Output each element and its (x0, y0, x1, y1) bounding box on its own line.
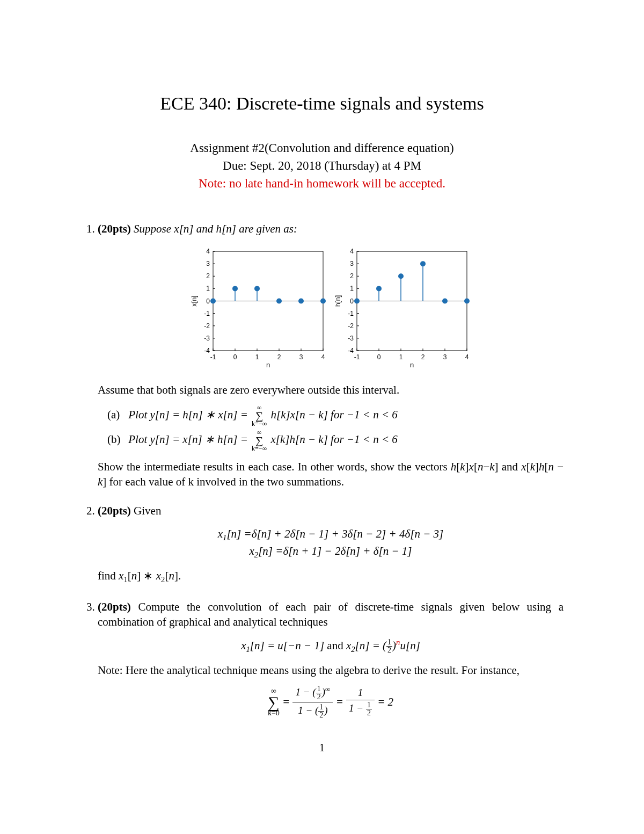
problem-3: (20pts) Compute the convolution of each … (98, 599, 564, 719)
problem-2-intro: Given (131, 504, 162, 517)
svg-text:0: 0 (377, 353, 381, 361)
problem-1a: (a) Plot y[n] = h[n] ∗ x[n] = ∞ ∑ k=−∞ h… (107, 404, 564, 427)
svg-point-39 (276, 299, 282, 304)
points-badge: (20pts) (98, 222, 131, 235)
problem-1a-text: Plot y[n] = h[n] ∗ x[n] = (128, 408, 251, 421)
problem-3-intro: Compute the convolution of each pair of … (98, 600, 564, 628)
signal-plots: -4-3-2-101234-101234nx[n] -4-3-2-101234-… (98, 246, 564, 369)
x2-definition: x2[n] =δ[n + 1] − 2δ[n] + δ[n − 1] (249, 545, 412, 557)
svg-point-87 (442, 299, 448, 304)
result-equals-2: = 2 (377, 695, 393, 708)
svg-text:-4: -4 (204, 347, 210, 354)
page-title: ECE 340: Discrete-time signals and syste… (80, 91, 564, 116)
problem-1b-tail: x[k]h[n − k] for −1 < n < 6 (270, 433, 397, 446)
svg-point-83 (398, 274, 404, 279)
geometric-series-example: ∞ ∑ k=0 = 1 − (12)∞ 1 − (12) = 1 1 − 12 … (98, 685, 564, 719)
x1-definition: x1[n] =δ[n] + 2δ[n − 1] + 3δ[n − 2] + 4δ… (218, 527, 443, 540)
fraction-1: 1 − (12)∞ 1 − (12) (292, 685, 333, 719)
svg-text:-3: -3 (204, 335, 210, 342)
svg-text:-1: -1 (210, 353, 216, 361)
svg-point-89 (464, 299, 470, 304)
problem-2-find: find x1[n] ∗ x2[n]. (98, 568, 564, 585)
subpart-label: (a) (107, 407, 126, 422)
svg-text:2: 2 (277, 353, 281, 361)
svg-text:3: 3 (299, 353, 303, 361)
svg-text:-2: -2 (348, 322, 354, 330)
svg-text:-1: -1 (354, 353, 360, 361)
problem-3-signals: x1[n] = u[−n − 1] and x2[n] = (12)nu[n] (98, 637, 564, 655)
svg-text:3: 3 (350, 260, 354, 268)
document-page: ECE 340: Discrete-time signals and syste… (0, 0, 644, 834)
svg-text:1: 1 (350, 285, 354, 293)
page-number: 1 (80, 741, 564, 755)
problem-2-equations: x1[n] =δ[n] + 2δ[n − 1] + 3δ[n − 2] + 4δ… (98, 526, 564, 561)
problem-2: (20pts) Given x1[n] =δ[n] + 2δ[n − 1] + … (98, 503, 564, 585)
svg-text:2: 2 (350, 273, 354, 280)
assignment-subtitle: Assignment #2(Convolution and difference… (80, 140, 564, 156)
svg-text:n: n (410, 361, 414, 369)
summation-symbol: ∞ ∑ k=−∞ (252, 404, 267, 427)
svg-point-35 (232, 286, 238, 292)
svg-text:1: 1 (206, 285, 210, 293)
svg-text:4: 4 (350, 248, 354, 255)
svg-text:h[n]: h[n] (334, 295, 342, 307)
problem-1-show: Show the intermediate results in each ca… (98, 459, 564, 490)
svg-text:-2: -2 (204, 322, 210, 330)
svg-text:-1: -1 (348, 310, 354, 317)
svg-text:0: 0 (206, 298, 210, 305)
problem-3-note: Note: Here the analytical technique mean… (98, 663, 564, 678)
svg-point-37 (254, 286, 260, 292)
svg-point-85 (420, 262, 426, 267)
svg-point-81 (376, 286, 382, 292)
subpart-label: (b) (107, 432, 126, 447)
svg-point-79 (354, 299, 360, 304)
points-badge: (20pts) (98, 504, 131, 517)
problem-1-subparts: (a) Plot y[n] = h[n] ∗ x[n] = ∞ ∑ k=−∞ h… (107, 404, 564, 452)
x-of-n-stem-plot: -4-3-2-101234-101234nx[n] (189, 246, 328, 369)
svg-point-41 (298, 299, 304, 304)
one-half-fraction: 12 (386, 639, 392, 654)
problem-list: (20pts) Suppose x[n] and h[n] are given … (80, 221, 564, 719)
svg-text:-4: -4 (348, 347, 354, 354)
svg-text:3: 3 (206, 260, 210, 268)
svg-text:-3: -3 (348, 335, 354, 342)
assignment-header: Assignment #2(Convolution and difference… (80, 140, 564, 192)
due-date: Due: Sept. 20, 2018 (Thursday) at 4 PM (80, 157, 564, 174)
svg-text:1: 1 (255, 353, 259, 361)
svg-text:1: 1 (399, 353, 403, 361)
svg-text:4: 4 (206, 248, 210, 255)
svg-text:2: 2 (206, 273, 210, 280)
svg-text:2: 2 (421, 353, 425, 361)
svg-text:3: 3 (443, 353, 447, 361)
problem-1: (20pts) Suppose x[n] and h[n] are given … (98, 221, 564, 489)
summation-symbol: ∞ ∑ k=−∞ (252, 429, 267, 452)
late-policy-note: Note: no late hand-in homework will be a… (80, 175, 564, 192)
problem-1a-tail: h[k]x[n − k] for −1 < n < 6 (270, 408, 397, 421)
svg-point-43 (320, 299, 326, 304)
svg-text:4: 4 (465, 353, 469, 361)
svg-text:-1: -1 (204, 310, 210, 317)
fraction-2: 1 1 − 12 (346, 687, 375, 717)
problem-1-intro: Suppose x[n] and h[n] are given as: (131, 222, 297, 235)
problem-1-assume: Assume that both signals are zero everyw… (98, 382, 564, 397)
points-badge: (20pts) (98, 600, 131, 613)
svg-text:x[n]: x[n] (190, 295, 198, 307)
svg-text:4: 4 (321, 353, 325, 361)
problem-1b: (b) Plot y[n] = x[n] ∗ h[n] = ∞ ∑ k=−∞ x… (107, 429, 564, 452)
summation-symbol: ∞ ∑ k=0 (268, 687, 280, 717)
svg-text:0: 0 (350, 298, 354, 305)
svg-text:0: 0 (233, 353, 237, 361)
svg-text:n: n (266, 361, 270, 369)
problem-1b-text: Plot y[n] = x[n] ∗ h[n] = (128, 433, 251, 446)
svg-point-33 (210, 299, 216, 304)
h-of-n-stem-plot: -4-3-2-101234-101234nh[n] (333, 246, 472, 369)
